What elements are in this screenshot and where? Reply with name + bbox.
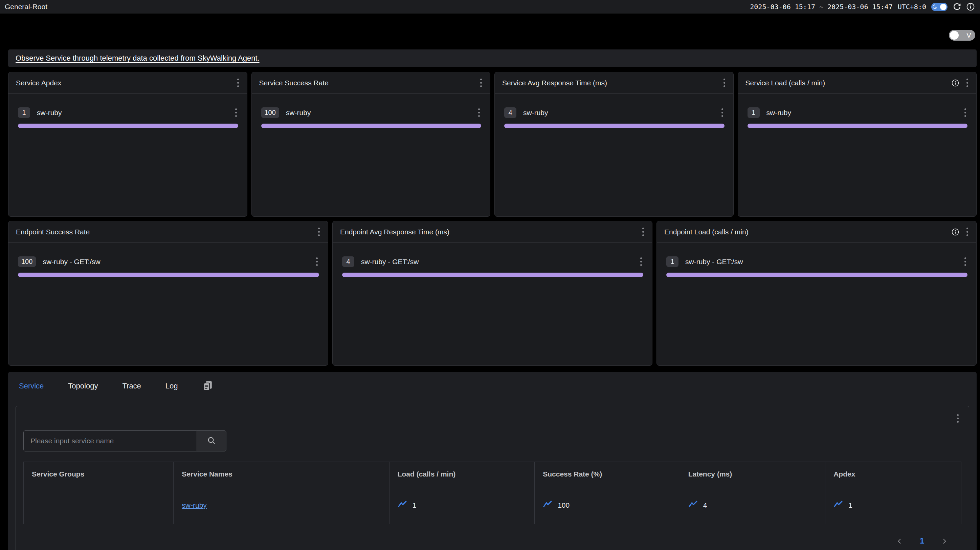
metric-value-badge: 1 bbox=[748, 107, 760, 118]
card-service-apdex: Service Apdex 1 sw-ruby bbox=[8, 72, 247, 217]
kebab-menu-icon[interactable] bbox=[232, 107, 240, 118]
pagination: 1 bbox=[23, 536, 961, 545]
service-table: Service Groups Service Names Load (calls… bbox=[23, 462, 961, 524]
metric-value-badge: 100 bbox=[261, 107, 279, 118]
metric-label: sw-ruby - GET:/sw bbox=[685, 258, 962, 266]
metric-bar bbox=[504, 124, 724, 128]
kebab-menu-icon[interactable] bbox=[962, 256, 969, 268]
card-title: Service Load (calls / min) bbox=[746, 79, 825, 87]
metric-bar bbox=[748, 124, 968, 128]
metric-bar bbox=[261, 124, 482, 128]
kebab-menu-icon[interactable] bbox=[964, 226, 971, 238]
kebab-menu-icon[interactable] bbox=[638, 256, 645, 268]
col-success-rate: Success Rate (%) bbox=[535, 462, 680, 486]
service-cards-row: Service Apdex 1 sw-ruby Service Success … bbox=[8, 72, 977, 217]
tab-trace[interactable]: Trace bbox=[122, 382, 141, 391]
description-banner: Observe Service through telemetry data c… bbox=[8, 49, 977, 67]
table-header-row: Service Groups Service Names Load (calls… bbox=[24, 462, 961, 486]
card-service-avg-response-time: Service Avg Response Time (ms) 4 sw-ruby bbox=[495, 72, 733, 217]
toggle-knob bbox=[950, 31, 959, 40]
kebab-menu-icon[interactable] bbox=[964, 77, 971, 89]
metric-label: sw-ruby bbox=[37, 109, 232, 117]
col-service-names: Service Names bbox=[173, 462, 389, 486]
banner-text: Observe Service through telemetry data c… bbox=[16, 54, 259, 63]
col-apdex: Apdex bbox=[825, 462, 961, 486]
metric-label: sw-ruby bbox=[767, 109, 962, 117]
col-load: Load (calls / min) bbox=[389, 462, 535, 486]
card-endpoint-avg-response-time: Endpoint Avg Response Time (ms) 4 sw-rub… bbox=[332, 221, 652, 366]
metric-label: sw-ruby bbox=[286, 109, 476, 117]
refresh-icon[interactable] bbox=[953, 2, 961, 11]
tab-log[interactable]: Log bbox=[165, 382, 178, 391]
card-service-success-rate: Service Success Rate 100 sw-ruby bbox=[251, 72, 491, 217]
kebab-menu-icon[interactable] bbox=[477, 77, 485, 89]
metric-value-badge: 100 bbox=[18, 257, 36, 267]
line-chart-icon bbox=[688, 500, 698, 510]
card-service-load: Service Load (calls / min) 1 sw-rub bbox=[738, 72, 977, 217]
card-title: Endpoint Success Rate bbox=[16, 228, 90, 236]
documents-icon[interactable] bbox=[202, 380, 213, 392]
table-row: sw-ruby 1 bbox=[24, 486, 961, 524]
line-chart-icon bbox=[834, 500, 843, 510]
metric-value-badge: 4 bbox=[504, 107, 516, 118]
card-title: Endpoint Load (calls / min) bbox=[664, 228, 749, 236]
tab-bar: Service Topology Trace Log bbox=[8, 372, 977, 400]
metric-value-badge: 4 bbox=[342, 257, 354, 267]
cell-service-group bbox=[24, 486, 173, 524]
metric-bar bbox=[18, 124, 238, 128]
service-search bbox=[23, 430, 961, 451]
bottom-panel: Service Topology Trace Log bbox=[8, 372, 977, 550]
metric-value-badge: 1 bbox=[666, 257, 678, 267]
info-icon[interactable] bbox=[951, 79, 959, 87]
dark-theme-toggle[interactable] bbox=[931, 3, 948, 11]
metric-value-badge: 1 bbox=[18, 107, 30, 118]
cell-load-value: 1 bbox=[412, 501, 417, 509]
version-toggle[interactable]: V bbox=[949, 30, 975, 41]
kebab-menu-icon[interactable] bbox=[234, 77, 242, 89]
moon-icon bbox=[932, 4, 938, 10]
kebab-menu-icon[interactable] bbox=[476, 107, 482, 118]
col-latency: Latency (ms) bbox=[680, 462, 825, 486]
metric-label: sw-ruby bbox=[523, 109, 719, 117]
cell-success-rate-value: 100 bbox=[558, 501, 570, 509]
line-chart-icon bbox=[543, 500, 552, 510]
metric-bar bbox=[666, 273, 967, 277]
metric-label: sw-ruby - GET:/sw bbox=[361, 258, 638, 266]
metric-bar bbox=[18, 273, 319, 277]
tab-topology[interactable]: Topology bbox=[68, 382, 98, 391]
search-input[interactable] bbox=[23, 430, 197, 451]
top-bar: General-Root 2025-03-06 15:17 ~ 2025-03-… bbox=[0, 0, 980, 14]
kebab-menu-icon[interactable] bbox=[640, 226, 647, 238]
toggle-knob bbox=[940, 4, 947, 10]
topbar-controls: 2025-03-06 15:17 ~ 2025-03-06 15:47 UTC+… bbox=[750, 2, 975, 11]
service-name-link[interactable]: sw-ruby bbox=[182, 501, 207, 509]
kebab-menu-icon[interactable] bbox=[721, 77, 728, 89]
previous-page-icon[interactable] bbox=[896, 537, 904, 545]
cell-apdex-value: 1 bbox=[848, 501, 853, 509]
tab-service[interactable]: Service bbox=[19, 382, 44, 391]
info-icon[interactable] bbox=[951, 228, 959, 236]
kebab-menu-icon[interactable] bbox=[719, 107, 726, 118]
current-page[interactable]: 1 bbox=[920, 536, 924, 545]
kebab-menu-icon[interactable] bbox=[954, 413, 961, 424]
card-title: Endpoint Avg Response Time (ms) bbox=[340, 228, 449, 236]
kebab-menu-icon[interactable] bbox=[313, 256, 320, 268]
info-icon[interactable] bbox=[966, 3, 975, 11]
line-chart-icon bbox=[398, 500, 407, 510]
dashboard-content: Observe Service through telemetry data c… bbox=[0, 49, 980, 550]
dashboard-title: General-Root bbox=[5, 3, 48, 11]
kebab-menu-icon[interactable] bbox=[315, 226, 323, 238]
metric-label: sw-ruby - GET:/sw bbox=[43, 258, 313, 266]
secondary-bar: V bbox=[0, 14, 980, 49]
card-endpoint-success-rate: Endpoint Success Rate 100 sw-ruby - GET:… bbox=[8, 221, 328, 366]
kebab-menu-icon[interactable] bbox=[962, 107, 969, 118]
card-title: Service Success Rate bbox=[259, 79, 329, 87]
metric-bar bbox=[342, 273, 643, 277]
next-page-icon[interactable] bbox=[940, 537, 948, 545]
card-title: Service Apdex bbox=[16, 79, 61, 87]
time-range-picker[interactable]: 2025-03-06 15:17 ~ 2025-03-06 15:47 bbox=[750, 3, 892, 11]
endpoint-cards-row: Endpoint Success Rate 100 sw-ruby - GET:… bbox=[8, 221, 977, 366]
search-icon bbox=[207, 436, 216, 446]
search-button[interactable] bbox=[197, 430, 226, 451]
col-service-groups: Service Groups bbox=[24, 462, 173, 486]
